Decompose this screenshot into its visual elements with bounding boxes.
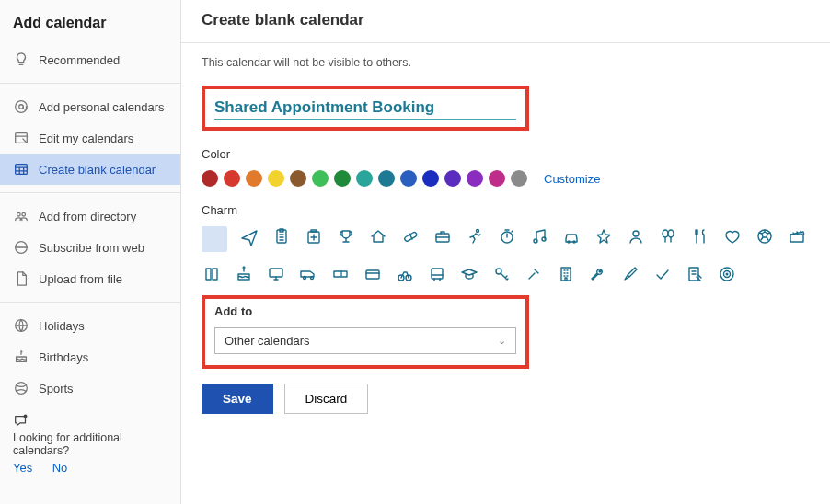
footer-yes-link[interactable]: Yes bbox=[13, 461, 32, 475]
charm-monitor-icon[interactable] bbox=[266, 264, 286, 284]
charm-ticket-icon[interactable] bbox=[330, 264, 351, 284]
grid-calendar-icon bbox=[13, 161, 29, 178]
svg-rect-29 bbox=[366, 270, 379, 279]
charm-bicycle-icon[interactable] bbox=[395, 264, 415, 284]
save-button[interactable]: Save bbox=[202, 384, 273, 414]
sidebar-item-label: Upload from file bbox=[39, 272, 122, 286]
sidebar-footer: Looking for additional calendars? Yes No bbox=[0, 404, 180, 484]
charm-person-icon[interactable] bbox=[626, 226, 646, 246]
charm-pill-icon[interactable] bbox=[400, 226, 421, 246]
color-swatch[interactable] bbox=[444, 170, 461, 187]
color-swatch[interactable] bbox=[246, 170, 262, 187]
charm-briefcase-icon[interactable] bbox=[432, 226, 453, 246]
sidebar-item-holidays[interactable]: Holidays bbox=[0, 310, 180, 341]
sidebar-item-upload-from-file[interactable]: Upload from file bbox=[0, 263, 180, 294]
calendar-name-highlight bbox=[202, 86, 529, 131]
charm-paintbrush-icon[interactable] bbox=[620, 264, 640, 284]
color-swatch[interactable] bbox=[202, 170, 218, 187]
svg-point-27 bbox=[304, 277, 306, 280]
charm-star-icon[interactable] bbox=[594, 226, 614, 246]
sidebar-item-subscribe-from-web[interactable]: Subscribe from web bbox=[0, 232, 180, 263]
charm-clipboard-icon[interactable] bbox=[271, 226, 292, 246]
svg-point-15 bbox=[477, 230, 479, 233]
charm-balloons-icon[interactable] bbox=[658, 226, 678, 246]
color-swatch[interactable] bbox=[268, 170, 284, 187]
charm-stopwatch-icon[interactable] bbox=[497, 226, 517, 246]
color-swatch[interactable] bbox=[334, 170, 351, 187]
svg-point-21 bbox=[633, 231, 639, 236]
color-swatch[interactable] bbox=[356, 170, 373, 187]
charm-building-icon[interactable] bbox=[556, 264, 576, 284]
charm-label: Charm bbox=[202, 203, 810, 217]
sidebar-item-edit-my-calendars[interactable]: Edit my calendars bbox=[0, 122, 180, 154]
cake-icon bbox=[13, 349, 29, 365]
charm-grid bbox=[202, 226, 809, 284]
charm-repair-icon[interactable] bbox=[524, 264, 544, 284]
charm-check-icon[interactable] bbox=[652, 264, 673, 284]
svg-rect-32 bbox=[432, 269, 443, 279]
charm-plane-icon[interactable] bbox=[239, 226, 259, 246]
color-swatch[interactable] bbox=[400, 170, 417, 187]
charm-music-icon[interactable] bbox=[529, 226, 549, 246]
sidebar-item-recommended[interactable]: Recommended bbox=[0, 44, 180, 75]
svg-point-22 bbox=[663, 230, 668, 237]
svg-point-8 bbox=[16, 383, 28, 395]
color-swatch[interactable] bbox=[378, 170, 395, 187]
page-title: Create blank calendar bbox=[181, 0, 830, 43]
charm-van-icon[interactable] bbox=[298, 264, 318, 284]
add-to-highlight: Add to Other calendars ⌄ bbox=[202, 295, 529, 369]
sidebar-item-label: Holidays bbox=[39, 319, 85, 333]
svg-rect-25 bbox=[790, 235, 803, 242]
globe-icon bbox=[13, 317, 29, 334]
color-swatch[interactable] bbox=[312, 170, 329, 187]
add-to-dropdown[interactable]: Other calendars ⌄ bbox=[214, 327, 516, 354]
calendar-name-input[interactable] bbox=[214, 97, 516, 120]
sidebar-item-birthdays[interactable]: Birthdays bbox=[0, 341, 180, 372]
charm-heart-icon[interactable] bbox=[722, 226, 743, 246]
charm-soccer-icon[interactable] bbox=[755, 226, 775, 246]
charm-book-icon[interactable] bbox=[202, 264, 222, 284]
charm-wrench-icon[interactable] bbox=[588, 264, 608, 284]
charm-note-edit-icon[interactable] bbox=[685, 264, 705, 284]
sidebar-item-label: Birthdays bbox=[39, 350, 88, 364]
charm-food-icon[interactable] bbox=[690, 226, 710, 246]
charm-target-icon[interactable] bbox=[717, 264, 737, 284]
customize-link[interactable]: Customize bbox=[544, 172, 600, 186]
sidebar-item-add-from-directory[interactable]: Add from directory bbox=[0, 200, 180, 232]
charm-cake-icon[interactable] bbox=[234, 264, 254, 284]
sidebar-item-sports[interactable]: Sports bbox=[0, 372, 180, 404]
add-to-label: Add to bbox=[214, 304, 516, 318]
charm-trophy-icon[interactable] bbox=[336, 226, 356, 246]
color-swatch[interactable] bbox=[489, 170, 505, 187]
sidebar-item-create-blank-calendar[interactable]: Create blank calendar bbox=[0, 154, 180, 185]
charm-clapper-icon[interactable] bbox=[787, 226, 807, 246]
color-swatch[interactable] bbox=[290, 170, 306, 187]
svg-point-1 bbox=[19, 105, 24, 109]
at-icon bbox=[13, 98, 29, 115]
sidebar-item-label: Add from directory bbox=[39, 210, 136, 223]
charm-blank[interactable] bbox=[202, 226, 227, 252]
svg-point-38 bbox=[726, 273, 728, 275]
charm-bus-icon[interactable] bbox=[427, 264, 447, 284]
footer-no-link[interactable]: No bbox=[52, 461, 68, 475]
charm-car-icon[interactable] bbox=[561, 226, 582, 246]
sidebar-item-label: Create blank calendar bbox=[39, 163, 156, 177]
discard-button[interactable]: Discard bbox=[284, 384, 369, 414]
svg-point-17 bbox=[534, 239, 537, 243]
charm-credit-card-icon[interactable] bbox=[363, 264, 383, 284]
svg-point-28 bbox=[311, 277, 314, 280]
sidebar-item-add-personal-calendars[interactable]: Add personal calendars bbox=[0, 91, 180, 122]
sidebar-title: Add calendar bbox=[0, 9, 180, 44]
charm-running-icon[interactable] bbox=[465, 226, 485, 246]
charm-medical-icon[interactable] bbox=[304, 226, 324, 246]
svg-point-9 bbox=[24, 415, 28, 418]
color-swatch[interactable] bbox=[511, 170, 527, 187]
charm-home-icon[interactable] bbox=[368, 226, 388, 246]
svg-point-5 bbox=[22, 212, 26, 216]
color-swatch[interactable] bbox=[467, 170, 483, 187]
color-swatch[interactable] bbox=[224, 170, 240, 187]
svg-point-23 bbox=[668, 230, 674, 237]
charm-graduation-icon[interactable] bbox=[459, 264, 479, 284]
color-swatch[interactable] bbox=[422, 170, 439, 187]
charm-key-icon[interactable] bbox=[491, 264, 512, 284]
